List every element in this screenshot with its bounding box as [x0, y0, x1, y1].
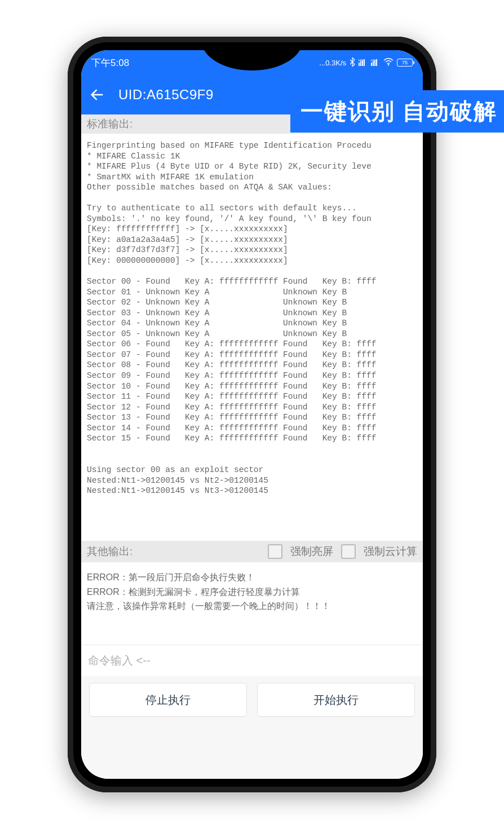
force-screen-on-label: 强制亮屏 — [290, 544, 333, 559]
svg-rect-8 — [374, 60, 375, 66]
svg-rect-1 — [359, 63, 360, 66]
battery-level-label: 75 — [402, 60, 408, 65]
error-text: 检测到无漏洞卡，程序会进行轻度暴力计算 — [129, 587, 300, 597]
phone-frame: 下午5:08 ...0.3K/s HD HD 75 — [68, 37, 436, 792]
error-text: 第一段后门开启命令执行失败！ — [129, 572, 255, 582]
svg-rect-9 — [376, 59, 377, 66]
page-title: UID:A615C9F9 — [118, 87, 214, 103]
signal-hd2-icon: HD — [371, 58, 380, 68]
wifi-icon — [383, 58, 394, 68]
start-button[interactable]: 开始执行 — [257, 683, 415, 717]
signal-hd1-icon: HD — [359, 58, 368, 68]
net-speed-label: ...0.3K/s — [319, 59, 346, 67]
bluetooth-icon — [350, 58, 355, 68]
back-button[interactable] — [89, 87, 105, 103]
force-cloud-label: 强制云计算 — [364, 544, 417, 559]
svg-point-10 — [388, 64, 390, 65]
command-input[interactable]: 命令输入 <-- — [81, 645, 423, 676]
error-line: ERROR：第一段后门开启命令执行失败！ — [87, 570, 417, 585]
svg-rect-2 — [360, 61, 361, 66]
action-button-row: 停止执行 开始执行 — [81, 676, 423, 779]
svg-rect-4 — [364, 59, 365, 66]
svg-rect-6 — [371, 63, 372, 66]
stop-button[interactable]: 停止执行 — [89, 683, 247, 717]
force-cloud-checkbox[interactable] — [341, 544, 356, 559]
overlay-banner: 一键识别 自动破解 — [290, 90, 504, 133]
force-screen-on-checkbox[interactable] — [268, 544, 282, 559]
notice-line: 请注意，该操作异常耗时（一般需要一个晚上的时间）！！！ — [87, 599, 417, 614]
error-output-pane[interactable]: ERROR：第一段后门开启命令执行失败！ ERROR：检测到无漏洞卡，程序会进行… — [81, 562, 423, 645]
status-time: 下午5:08 — [91, 56, 129, 69]
error-prefix: ERROR： — [87, 572, 129, 582]
svg-rect-3 — [362, 60, 363, 66]
phone-screen: 下午5:08 ...0.3K/s HD HD 75 — [81, 50, 423, 779]
svg-rect-7 — [373, 61, 374, 66]
battery-icon: 75 — [397, 59, 413, 67]
status-indicators: ...0.3K/s HD HD 75 — [319, 58, 413, 68]
other-output-label: 其他输出: — [87, 544, 260, 559]
other-output-bar: 其他输出: 强制亮屏 强制云计算 — [81, 541, 423, 562]
error-line: ERROR：检测到无漏洞卡，程序会进行轻度暴力计算 — [87, 585, 417, 599]
error-prefix: ERROR： — [87, 587, 129, 597]
std-output-pane[interactable]: Fingerprinting based on MIFARE type Iden… — [81, 134, 423, 541]
